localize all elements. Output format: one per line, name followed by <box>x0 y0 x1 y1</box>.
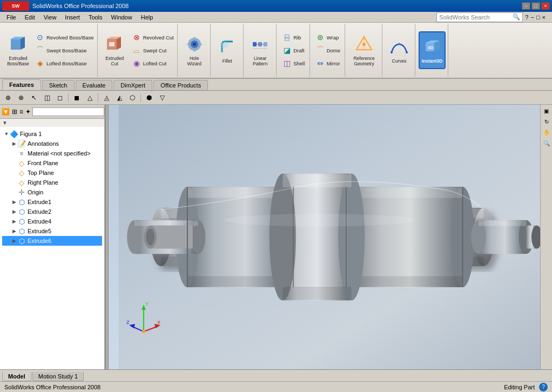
root-label: Figura 1 <box>20 131 42 137</box>
svg-point-27 <box>398 43 400 45</box>
filter-indicator: ▼ <box>0 119 104 127</box>
feature-search-input[interactable] <box>32 107 104 116</box>
extrude2-expand[interactable]: ▶ <box>11 208 17 215</box>
fillet-icon <box>217 37 238 57</box>
tree-extrude4[interactable]: ▶ ⬡ Extrude4 <box>2 217 102 226</box>
display-style-button[interactable]: ◻ <box>54 92 66 103</box>
tree-material[interactable]: ≡ Material <not specified> <box>2 148 102 158</box>
minimize-button[interactable]: − <box>522 2 530 10</box>
tree-extrude6[interactable]: ▶ ⬡ Extrude6 <box>2 236 102 246</box>
menu-window[interactable]: Window <box>107 13 137 22</box>
shaded-button[interactable]: ◼ <box>71 92 83 103</box>
mirror-button[interactable]: ⇔ Mirror <box>313 57 342 69</box>
extrude2-icon: ⬡ <box>17 207 26 216</box>
extrude1-expand[interactable]: ▶ <box>11 199 17 205</box>
tree-right-plane[interactable]: ◇ Right Plane <box>2 178 102 187</box>
wrap-button[interactable]: ⊛ Wrap <box>313 31 342 43</box>
config-manager-button[interactable]: ✦ <box>25 106 31 117</box>
menu-file[interactable]: File <box>2 13 21 22</box>
lofted-boss-button[interactable]: ◈ Lofted Boss/Base <box>33 57 96 69</box>
rib-button[interactable]: ⌸ Rib <box>280 31 307 43</box>
wrap-group: ⊛ Wrap ⌒ Dome ⇔ Mirror <box>311 24 345 77</box>
tree-extrude5[interactable]: ▶ ⬡ Extrude5 <box>2 226 102 236</box>
menu-edit[interactable]: Edit <box>21 13 39 22</box>
tree-annotations[interactable]: ▶ 📝 Annotations <box>2 139 102 148</box>
appearance-button[interactable]: ⬢ <box>143 92 155 103</box>
property-manager-button[interactable]: ≡ <box>19 106 24 117</box>
tab-dimxpert[interactable]: DimXpert <box>113 80 152 90</box>
close-doc-button[interactable]: × <box>542 14 546 21</box>
tab-features[interactable]: Features <box>2 79 41 90</box>
linear-pattern-button[interactable]: LinearPattern <box>247 31 274 69</box>
select-button[interactable]: ↖ <box>28 92 40 103</box>
maximize-doc-button[interactable]: □ <box>536 14 540 21</box>
lofted-cut-button[interactable]: ◉ Lofted Cut <box>130 57 176 69</box>
tab-evaluate[interactable]: Evaluate <box>76 80 113 90</box>
status-help-button[interactable]: ? <box>539 383 548 391</box>
root-expand[interactable]: ▼ <box>3 131 10 137</box>
maximize-button[interactable]: □ <box>531 2 540 10</box>
close-button[interactable]: × <box>541 2 550 10</box>
camera-button[interactable]: ◭ <box>113 92 125 103</box>
extrude5-expand[interactable]: ▶ <box>11 228 17 234</box>
zoom-button[interactable]: 🔍 <box>542 138 551 148</box>
annotations-expand[interactable]: ▶ <box>11 140 17 147</box>
tree-top-plane[interactable]: ◇ Top Plane <box>2 168 102 178</box>
hole-wizard-button[interactable]: HoleWizard <box>181 31 208 69</box>
svg-point-50 <box>270 173 296 300</box>
tab-office-products[interactable]: Office Products <box>153 80 208 90</box>
swept-cut-button[interactable]: ⌓ Swept Cut <box>130 44 176 56</box>
draft-button[interactable]: ◪ Draft <box>280 44 307 56</box>
view-orient-button[interactable]: ◫ <box>41 92 53 103</box>
viewport[interactable]: Y X Z ▣ ↻ ✋ 🔍 <box>109 105 552 369</box>
section-view-button[interactable]: ◬ <box>100 92 112 103</box>
shell-button[interactable]: ◫ Shell <box>280 57 307 69</box>
tree-front-plane[interactable]: ◇ Front Plane <box>2 158 102 168</box>
svg-rect-18 <box>264 42 267 46</box>
zoom-to-fit-button[interactable]: ⊕ <box>2 92 14 103</box>
fillet-button[interactable]: Fillet <box>214 31 241 69</box>
extruded-boss-base-button[interactable]: ExtrudedBoss/Base <box>3 25 33 76</box>
search-icon[interactable]: 🔍 <box>513 13 520 21</box>
bottom-tab-model[interactable]: Model <box>2 372 31 381</box>
view-cube-button[interactable]: ▣ <box>542 106 551 116</box>
swept-boss-icon: ⌒ <box>35 45 45 55</box>
revolved-cut-button[interactable]: ⊗ Revolved Cut <box>130 31 176 43</box>
search-input[interactable] <box>439 14 513 21</box>
minimize-doc-button[interactable]: − <box>530 14 534 21</box>
tabbar: Features Sketch Evaluate DimXpert Office… <box>0 79 552 91</box>
pan-button[interactable]: ✋ <box>542 127 551 137</box>
rotate-view-button[interactable]: ↻ <box>542 117 551 126</box>
bottom-tab-motion-study[interactable]: Motion Study 1 <box>32 372 84 381</box>
tree-extrude1[interactable]: ▶ ⬡ Extrude1 <box>2 197 102 207</box>
help-button[interactable]: ? <box>525 14 528 21</box>
menu-tools[interactable]: Tools <box>84 13 107 22</box>
curves-button[interactable]: Curves <box>386 31 413 69</box>
zoom-in-button[interactable]: ⊕ <box>15 92 27 103</box>
lighting-button[interactable]: ⬡ <box>126 92 138 103</box>
extrude6-expand[interactable]: ▶ <box>11 238 17 244</box>
dome-button[interactable]: ⌒ Dome <box>313 44 342 56</box>
filter-button[interactable]: 🔽 <box>1 106 10 117</box>
view-settings-button[interactable]: ▽ <box>156 92 168 103</box>
swept-boss-button[interactable]: ⌒ Swept Boss/Base <box>33 44 96 56</box>
instant3d-button[interactable]: 3D Instant3D <box>419 31 446 69</box>
tree-root[interactable]: ▼ 🔷 Figura 1 <box>2 129 102 139</box>
tab-sketch[interactable]: Sketch <box>42 80 75 90</box>
menu-insert[interactable]: Insert <box>60 13 84 22</box>
tree-extrude2[interactable]: ▶ ⬡ Extrude2 <box>2 207 102 217</box>
svg-rect-57 <box>134 221 198 226</box>
ref-geom-button[interactable]: ReferenceGeometry <box>348 31 380 69</box>
menu-view[interactable]: View <box>39 13 61 22</box>
svg-point-10 <box>193 43 196 46</box>
revolved-boss-button[interactable]: ⊙ Revolved Boss/Base <box>33 31 96 43</box>
ref-geom-group: ReferenceGeometry <box>346 24 382 77</box>
extrude4-expand[interactable]: ▶ <box>11 218 17 225</box>
extruded-cut-button[interactable]: ExtrudedCut <box>100 25 130 76</box>
tree-origin[interactable]: ✛ Origin <box>2 187 102 197</box>
app-logo: SW <box>2 1 29 11</box>
app-title: SolidWorks Office Professional 2008 <box>32 3 129 9</box>
menu-help[interactable]: Help <box>137 13 158 22</box>
hidden-lines-button[interactable]: △ <box>84 92 96 103</box>
add-component-button[interactable]: ⊞ <box>11 106 18 117</box>
